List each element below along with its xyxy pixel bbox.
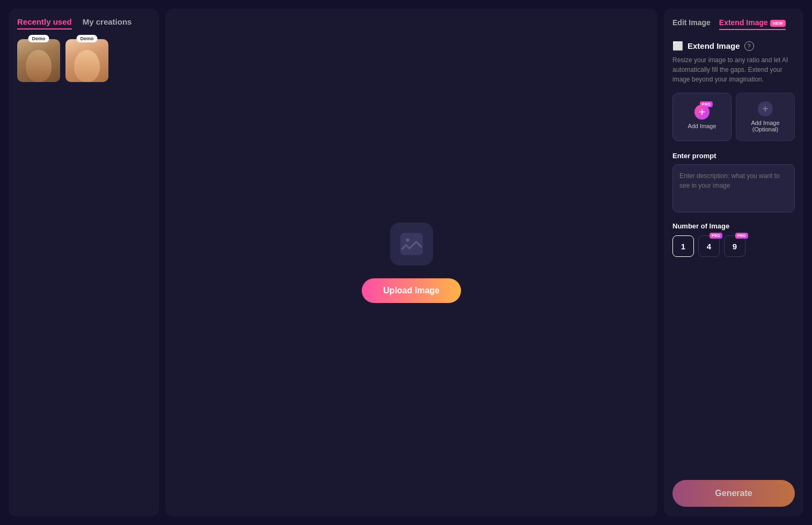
number-options: 1 4 PRO 9 PRO: [672, 235, 795, 257]
section-title: Extend Image: [687, 41, 740, 50]
face-oval: [26, 50, 52, 82]
num-option-9[interactable]: 9 PRO: [724, 235, 745, 257]
add-image-slot[interactable]: + PRO Add Image: [672, 93, 731, 141]
canvas-panel: Upload Image: [165, 9, 657, 516]
tab-edit-image[interactable]: Edit Image: [672, 18, 711, 30]
left-tabs: Recently used My creations: [17, 17, 150, 29]
list-item[interactable]: Demo: [65, 39, 108, 82]
list-item[interactable]: Demo: [17, 39, 60, 82]
section-icon: ⬜: [672, 41, 683, 51]
image-slots: + PRO Add Image + Add Image(Optional): [672, 93, 795, 141]
photo-icon: [398, 231, 425, 257]
tab-recently-used[interactable]: Recently used: [17, 17, 72, 29]
demo-badge: Demo: [28, 35, 49, 42]
tab-my-creations[interactable]: My creations: [83, 17, 132, 29]
right-panel: Edit Image Extend ImageNEW ⬜ Extend Imag…: [664, 9, 803, 516]
new-badge: NEW: [770, 20, 786, 27]
face-oval: [74, 50, 100, 82]
tab-extend-image[interactable]: Extend ImageNEW: [719, 18, 786, 30]
section-header: ⬜ Extend Image ?: [672, 41, 795, 51]
svg-point-1: [406, 238, 409, 241]
add-optional-plus-icon: +: [758, 101, 773, 116]
prompt-input[interactable]: [672, 164, 795, 212]
right-tabs: Edit Image Extend ImageNEW: [672, 18, 795, 30]
left-panel: Recently used My creations Demo Demo: [9, 9, 159, 516]
thumbnail-image: [17, 39, 60, 82]
slot2-label: Add Image(Optional): [751, 120, 779, 132]
num-option-1[interactable]: 1: [672, 235, 694, 257]
thumbnail-list: Demo Demo: [17, 39, 150, 82]
slot1-label: Add Image: [687, 123, 716, 129]
help-icon[interactable]: ?: [744, 41, 754, 51]
add-image-optional-slot[interactable]: + Add Image(Optional): [736, 93, 795, 141]
add-image-plus-icon: + PRO: [694, 105, 709, 120]
generate-button[interactable]: Generate: [672, 480, 795, 507]
pro-badge: PRO: [700, 101, 713, 107]
pro-badge: PRO: [735, 233, 748, 239]
thumbnail-image: [65, 39, 108, 82]
num-option-4[interactable]: 4 PRO: [698, 235, 720, 257]
upload-image-button[interactable]: Upload Image: [362, 278, 461, 303]
section-description: Resize your image to any ratio and let A…: [672, 55, 795, 84]
image-placeholder-icon: [390, 223, 433, 265]
demo-badge: Demo: [76, 35, 97, 42]
pro-badge: PRO: [709, 233, 722, 239]
prompt-label: Enter prompt: [672, 152, 795, 160]
number-of-image-label: Number of Image: [672, 222, 795, 230]
